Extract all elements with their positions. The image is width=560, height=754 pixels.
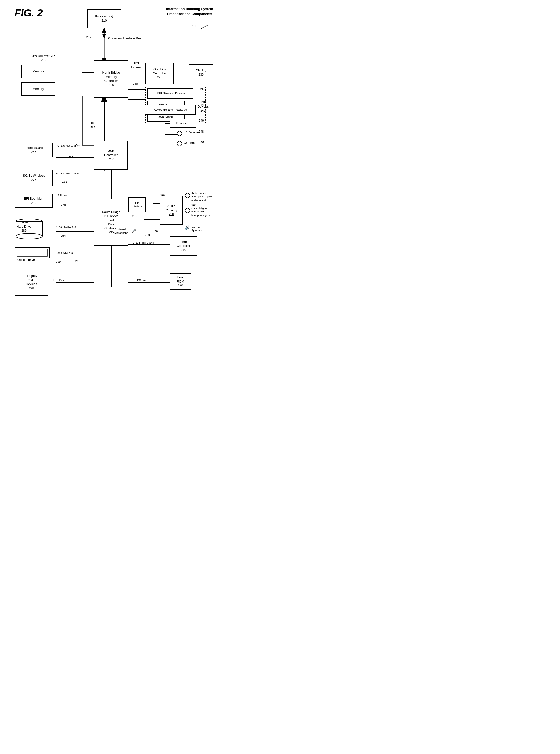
internal-speakers-label: InternalSpeakers [191, 225, 202, 232]
audio-line-in-label: Audio line-inand optical digitalaudio in… [191, 192, 230, 202]
optical-digital-out-label: Optical digitaloutput andheadphone jack [191, 206, 230, 217]
ref-100-arrow [194, 21, 218, 31]
display-box: Display230 [189, 64, 213, 81]
svg-line-46 [201, 25, 208, 28]
ir-receiver-icon [177, 131, 182, 136]
ata-uata-label: ATA or UATA bus [56, 225, 76, 228]
fig-title: FIG. 2 [15, 7, 43, 19]
wireless-label: 802.11 Wireless275 [22, 174, 45, 182]
pci-1lane-label1: PCI Express 1-lane [56, 144, 79, 147]
dmi-bus-label: DMIBus [89, 121, 96, 130]
camera-label: Camera [184, 141, 195, 145]
pci-1lane-label3: PCI Express 1-lane [131, 241, 154, 244]
optical-drive-label: Optical drive [17, 258, 35, 262]
svg-point-41 [16, 233, 42, 239]
bluetooth-box: Bluetooth [169, 119, 196, 128]
graphics-controller-box: GraphicsController225 [145, 62, 174, 84]
ref-288: 288 [75, 259, 80, 263]
system-memory-label: System Memory220 [24, 54, 63, 62]
lpc-bus-right-label: LPC Bus [136, 279, 146, 281]
optical-drive-box [15, 247, 49, 258]
ref-212: 212 [86, 35, 92, 39]
processor-box: Processor(s)210 [87, 9, 121, 28]
north-bridge-label: North BridgeMemoryController215 [102, 71, 120, 87]
expresscard-box: ExpressCard255 [15, 143, 53, 157]
legacy-io-box: "Legacy" I/ODevices298 [15, 269, 48, 296]
audio-line-in-icon [185, 193, 190, 198]
display-label: Display230 [196, 68, 206, 77]
ref-245: 245 [200, 87, 205, 91]
ethernet-box: EthernetController270 [169, 236, 197, 256]
diagram-container: FIG. 2 Information Handling System Proce… [0, 0, 233, 314]
keyboard-trackpad-label: Keyboard and Trackpad [154, 108, 187, 112]
audio-circuitry-label: AudioCircuitry260 [166, 204, 177, 217]
wireless-box: 802.11 Wireless275 [15, 170, 53, 186]
ref-258: 258 [132, 214, 137, 218]
spi-bus-label: SPI bus [58, 194, 67, 197]
ref-268: 268 [145, 233, 150, 237]
expresscard-label: ExpressCard255 [24, 146, 43, 154]
speaker-icon: 🔊 [185, 225, 190, 230]
usb-storage-label: USB Storage Device [156, 92, 184, 96]
serial-ata-label: Serial ATA bus [56, 252, 73, 254]
memory1-label: Memory [33, 70, 44, 74]
ref-218: 218 [133, 82, 138, 86]
hd-interface-label: HDInterface [132, 201, 142, 209]
processor-interface-bus-label: Processor Interface Bus [108, 36, 141, 40]
mic-icon: 🎤 [131, 229, 136, 234]
bluetooth-label: Bluetooth [176, 121, 189, 125]
ref-244: 244 [199, 103, 204, 106]
usb-device2-label: USB Device [157, 115, 174, 119]
hd-interface-box: HDInterface [128, 197, 146, 212]
ref-284: 284 [61, 234, 66, 237]
north-bridge-box: North BridgeMemoryController215 [94, 60, 128, 98]
ref-246: 246 [199, 119, 204, 122]
audio-circuitry-box: AudioCircuitry260 [160, 196, 183, 225]
usb-controller-box: USBController240 [94, 140, 128, 170]
usb-devices-label: USBDevices242 [197, 101, 208, 113]
ethernet-label: EthernetController270 [177, 240, 190, 252]
internal-mic-label: InternalMicrophone [114, 228, 128, 235]
ref-272: 272 [62, 180, 67, 183]
ir-receiver-label: IR Receiver [184, 130, 200, 134]
boot-rom-label: BootROM296 [177, 276, 184, 288]
processor-label: Processor(s)210 [95, 15, 113, 23]
usb-controller-label: USBController240 [104, 149, 118, 161]
legacy-io-label: "Legacy" I/ODevices298 [26, 274, 37, 291]
internal-hd-label: InternalHard Drive285 [17, 220, 32, 233]
ref-290: 290 [56, 260, 61, 264]
graphics-controller-label: GraphicsController225 [153, 67, 166, 80]
optical-digital-out-icon [185, 208, 190, 213]
diagram-title: Information Handling System Processor an… [166, 7, 213, 16]
usb-storage-box: USB Storage Device [147, 88, 193, 99]
pci-1lane-label2: PCI Express 1-lane [56, 172, 79, 175]
ref-266: 266 [153, 229, 158, 233]
camera-icon [177, 141, 182, 146]
usb-label: USB [68, 155, 74, 158]
efi-boot-label: EFI-Boot Mgr.280 [24, 197, 43, 205]
boot-rom-box: BootROM296 [169, 273, 191, 290]
keyboard-trackpad-box: Keyboard and Trackpad [145, 105, 196, 115]
pci-express-label: PCIExpress [130, 62, 142, 69]
memory1-box: Memory [21, 65, 55, 78]
memory2-label: Memory [33, 87, 44, 91]
ref-250: 250 [199, 140, 204, 144]
memory2-box: Memory [21, 82, 55, 96]
ref-278: 278 [61, 203, 66, 207]
lpc-bus-left-label: LPC Bus [53, 279, 64, 281]
south-bridge-box: South BridgeI/O DeviceandDiskController2… [94, 199, 128, 246]
efi-boot-box: EFI-Boot Mgr.280 [15, 194, 53, 208]
